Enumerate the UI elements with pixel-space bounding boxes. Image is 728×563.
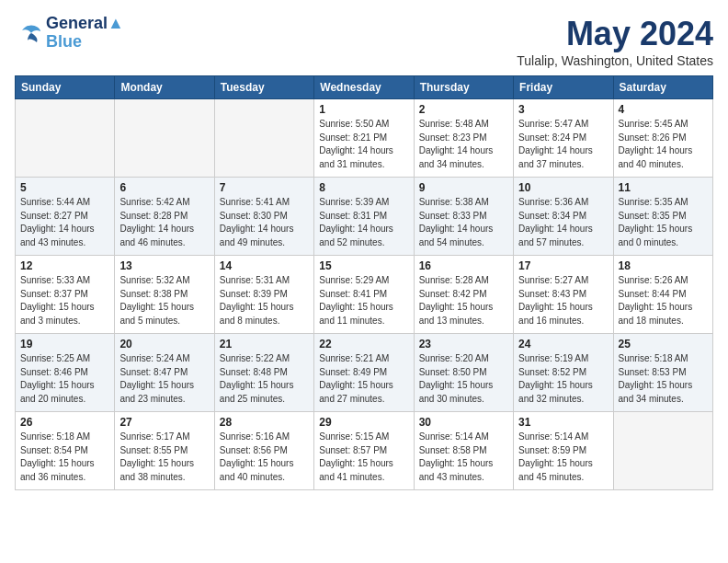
day-number: 8	[319, 181, 408, 194]
day-number: 26	[20, 416, 109, 429]
day-cell: 11Sunrise: 5:35 AMSunset: 8:35 PMDayligh…	[613, 178, 712, 256]
day-number: 20	[119, 338, 209, 350]
day-number: 21	[220, 338, 309, 350]
day-number: 16	[419, 259, 508, 272]
day-info: Sunrise: 5:27 AMSunset: 8:43 PMDaylight:…	[518, 274, 608, 327]
weekday-thursday: Thursday	[414, 76, 513, 99]
day-cell: 3Sunrise: 5:47 AMSunset: 8:24 PMDaylight…	[514, 99, 613, 178]
day-number: 1	[319, 103, 408, 116]
calendar-header: SundayMondayTuesdayWednesdayThursdayFrid…	[16, 76, 713, 99]
day-number: 9	[419, 181, 508, 194]
day-info: Sunrise: 5:39 AMSunset: 8:31 PMDaylight:…	[319, 196, 408, 249]
day-info: Sunrise: 5:32 AMSunset: 8:38 PMDaylight:…	[119, 274, 209, 327]
day-cell: 26Sunrise: 5:18 AMSunset: 8:54 PMDayligh…	[16, 412, 115, 490]
day-number: 10	[518, 181, 608, 194]
week-row-1: 5Sunrise: 5:44 AMSunset: 8:27 PMDaylight…	[16, 178, 713, 256]
day-info: Sunrise: 5:31 AMSunset: 8:39 PMDaylight:…	[220, 274, 309, 327]
weekday-sunday: Sunday	[16, 76, 115, 99]
day-cell: 14Sunrise: 5:31 AMSunset: 8:39 PMDayligh…	[214, 256, 313, 334]
day-info: Sunrise: 5:36 AMSunset: 8:34 PMDaylight:…	[518, 196, 608, 249]
day-cell: 4Sunrise: 5:45 AMSunset: 8:26 PMDaylight…	[613, 99, 712, 178]
day-cell: 16Sunrise: 5:28 AMSunset: 8:42 PMDayligh…	[414, 256, 513, 334]
calendar-table: SundayMondayTuesdayWednesdayThursdayFrid…	[15, 75, 713, 490]
weekday-friday: Friday	[514, 76, 613, 99]
day-cell: 6Sunrise: 5:42 AMSunset: 8:28 PMDaylight…	[115, 178, 214, 256]
day-cell: 24Sunrise: 5:19 AMSunset: 8:52 PMDayligh…	[514, 334, 613, 412]
calendar-body: 1Sunrise: 5:50 AMSunset: 8:21 PMDaylight…	[16, 99, 713, 490]
day-number: 27	[119, 416, 209, 429]
month-title: May 2024	[517, 15, 713, 53]
title-block: May 2024 Tulalip, Washington, United Sta…	[517, 15, 713, 68]
day-number: 24	[518, 338, 608, 350]
day-cell: 7Sunrise: 5:41 AMSunset: 8:30 PMDaylight…	[214, 178, 313, 256]
day-number: 22	[319, 338, 408, 350]
day-cell: 27Sunrise: 5:17 AMSunset: 8:55 PMDayligh…	[115, 412, 214, 490]
day-info: Sunrise: 5:48 AMSunset: 8:23 PMDaylight:…	[419, 118, 508, 171]
day-number: 5	[20, 181, 109, 194]
day-info: Sunrise: 5:29 AMSunset: 8:41 PMDaylight:…	[319, 274, 408, 327]
day-number: 29	[319, 416, 408, 429]
day-cell: 8Sunrise: 5:39 AMSunset: 8:31 PMDaylight…	[314, 178, 414, 256]
day-info: Sunrise: 5:14 AMSunset: 8:59 PMDaylight:…	[518, 431, 608, 484]
day-info: Sunrise: 5:22 AMSunset: 8:48 PMDaylight:…	[220, 352, 309, 406]
day-number: 23	[419, 338, 508, 350]
day-info: Sunrise: 5:45 AMSunset: 8:26 PMDaylight:…	[619, 118, 708, 171]
day-cell: 1Sunrise: 5:50 AMSunset: 8:21 PMDaylight…	[314, 99, 414, 178]
day-number: 31	[518, 416, 608, 429]
day-cell: 22Sunrise: 5:21 AMSunset: 8:49 PMDayligh…	[314, 334, 414, 412]
day-info: Sunrise: 5:24 AMSunset: 8:47 PMDaylight:…	[119, 352, 209, 406]
day-info: Sunrise: 5:38 AMSunset: 8:33 PMDaylight:…	[419, 196, 508, 249]
day-cell: 21Sunrise: 5:22 AMSunset: 8:48 PMDayligh…	[214, 334, 313, 412]
day-info: Sunrise: 5:47 AMSunset: 8:24 PMDaylight:…	[518, 118, 608, 171]
location: Tulalip, Washington, United States	[517, 53, 713, 68]
weekday-wednesday: Wednesday	[314, 76, 414, 99]
weekday-tuesday: Tuesday	[214, 76, 313, 99]
day-number: 12	[20, 259, 109, 272]
day-number: 2	[419, 103, 508, 116]
week-row-2: 12Sunrise: 5:33 AMSunset: 8:37 PMDayligh…	[16, 256, 713, 334]
day-info: Sunrise: 5:18 AMSunset: 8:53 PMDaylight:…	[619, 352, 708, 406]
day-info: Sunrise: 5:41 AMSunset: 8:30 PMDaylight:…	[220, 196, 309, 249]
day-cell: 15Sunrise: 5:29 AMSunset: 8:41 PMDayligh…	[314, 256, 414, 334]
day-info: Sunrise: 5:35 AMSunset: 8:35 PMDaylight:…	[619, 196, 708, 249]
day-info: Sunrise: 5:33 AMSunset: 8:37 PMDaylight:…	[20, 274, 109, 327]
week-row-4: 26Sunrise: 5:18 AMSunset: 8:54 PMDayligh…	[16, 412, 713, 490]
day-number: 25	[619, 338, 708, 350]
weekday-header-row: SundayMondayTuesdayWednesdayThursdayFrid…	[16, 76, 713, 99]
page-header: General▲ Blue May 2024 Tulalip, Washingt…	[15, 15, 713, 68]
day-cell: 2Sunrise: 5:48 AMSunset: 8:23 PMDaylight…	[414, 99, 513, 178]
day-cell	[115, 99, 214, 178]
day-info: Sunrise: 5:15 AMSunset: 8:57 PMDaylight:…	[319, 431, 408, 484]
day-info: Sunrise: 5:20 AMSunset: 8:50 PMDaylight:…	[419, 352, 508, 406]
logo-icon	[15, 22, 42, 44]
day-cell: 9Sunrise: 5:38 AMSunset: 8:33 PMDaylight…	[414, 178, 513, 256]
day-cell: 18Sunrise: 5:26 AMSunset: 8:44 PMDayligh…	[613, 256, 712, 334]
day-cell: 29Sunrise: 5:15 AMSunset: 8:57 PMDayligh…	[314, 412, 414, 490]
logo: General▲ Blue	[15, 15, 124, 52]
weekday-monday: Monday	[115, 76, 214, 99]
day-number: 15	[319, 259, 408, 272]
day-number: 4	[619, 103, 708, 116]
day-cell: 28Sunrise: 5:16 AMSunset: 8:56 PMDayligh…	[214, 412, 313, 490]
day-cell: 13Sunrise: 5:32 AMSunset: 8:38 PMDayligh…	[115, 256, 214, 334]
day-info: Sunrise: 5:16 AMSunset: 8:56 PMDaylight:…	[220, 431, 309, 484]
day-cell: 5Sunrise: 5:44 AMSunset: 8:27 PMDaylight…	[16, 178, 115, 256]
day-cell	[613, 412, 712, 490]
day-number: 18	[619, 259, 708, 272]
week-row-0: 1Sunrise: 5:50 AMSunset: 8:21 PMDaylight…	[16, 99, 713, 178]
day-cell: 25Sunrise: 5:18 AMSunset: 8:53 PMDayligh…	[613, 334, 712, 412]
day-number: 3	[518, 103, 608, 116]
logo-text: General▲ Blue	[46, 15, 124, 52]
day-info: Sunrise: 5:28 AMSunset: 8:42 PMDaylight:…	[419, 274, 508, 327]
weekday-saturday: Saturday	[613, 76, 712, 99]
day-cell: 31Sunrise: 5:14 AMSunset: 8:59 PMDayligh…	[514, 412, 613, 490]
day-cell: 12Sunrise: 5:33 AMSunset: 8:37 PMDayligh…	[16, 256, 115, 334]
day-cell: 17Sunrise: 5:27 AMSunset: 8:43 PMDayligh…	[514, 256, 613, 334]
day-number: 14	[220, 259, 309, 272]
day-number: 19	[20, 338, 109, 350]
week-row-3: 19Sunrise: 5:25 AMSunset: 8:46 PMDayligh…	[16, 334, 713, 412]
day-info: Sunrise: 5:25 AMSunset: 8:46 PMDaylight:…	[20, 352, 109, 406]
day-number: 28	[220, 416, 309, 429]
day-info: Sunrise: 5:44 AMSunset: 8:27 PMDaylight:…	[20, 196, 109, 249]
day-info: Sunrise: 5:14 AMSunset: 8:58 PMDaylight:…	[419, 431, 508, 484]
